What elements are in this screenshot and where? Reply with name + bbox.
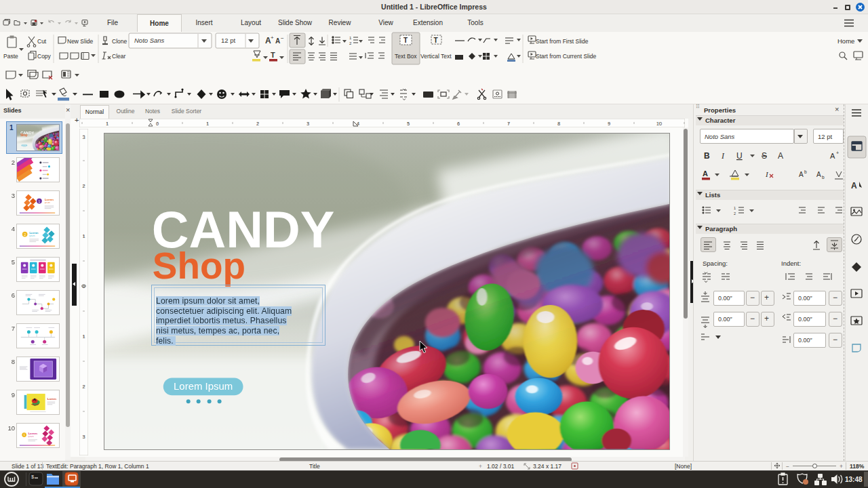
svg-text:1: 1 xyxy=(82,233,85,239)
svg-text:Cut: Cut xyxy=(37,38,47,45)
svg-text:A: A xyxy=(799,171,804,178)
svg-text:0: 0 xyxy=(156,121,159,127)
svg-text:Start from Current Slide: Start from Current Slide xyxy=(536,53,597,60)
svg-text:Start from First Slide: Start from First Slide xyxy=(536,38,589,45)
svg-text:Shop: Shop xyxy=(153,245,245,287)
svg-text:Paste: Paste xyxy=(3,53,18,60)
svg-text:1: 1 xyxy=(106,121,108,127)
svg-text:New Slide: New Slide xyxy=(67,38,94,45)
svg-text:Clone: Clone xyxy=(112,38,127,45)
svg-text:1: 1 xyxy=(82,333,85,340)
svg-text:Text Box: Text Box xyxy=(395,53,417,60)
svg-text:ipsum: ipsum xyxy=(28,435,34,438)
svg-text:7: 7 xyxy=(507,121,510,127)
svg-text:10: 10 xyxy=(656,121,662,127)
svg-text:A: A xyxy=(830,152,835,160)
svg-text:2: 2 xyxy=(82,183,85,189)
svg-text:Noto Sans: Noto Sans xyxy=(134,37,165,44)
svg-text:3: 3 xyxy=(82,134,85,140)
svg-text:8: 8 xyxy=(557,121,560,127)
svg-text:Lorem Ipsum: Lorem Ipsum xyxy=(174,380,233,392)
svg-text:A: A xyxy=(778,151,783,161)
svg-text:3: 3 xyxy=(82,434,85,440)
svg-text:Lorem: Lorem xyxy=(47,397,56,401)
svg-text:I: I xyxy=(765,170,769,178)
svg-text:A: A xyxy=(703,169,708,178)
svg-text:S: S xyxy=(762,151,767,161)
svg-text:T: T xyxy=(403,37,408,44)
svg-text:Clear: Clear xyxy=(112,53,125,60)
svg-text:2: 2 xyxy=(734,211,736,216)
svg-text:1: 1 xyxy=(734,206,736,210)
svg-text:9: 9 xyxy=(608,121,610,127)
svg-text:ipsum: ipsum xyxy=(29,235,35,237)
svg-text:6: 6 xyxy=(457,121,460,127)
svg-text:12 pt: 12 pt xyxy=(221,37,235,44)
svg-text:$: $ xyxy=(31,474,34,480)
svg-text:5: 5 xyxy=(407,121,410,127)
svg-text:2: 2 xyxy=(24,233,26,237)
svg-text:I: I xyxy=(721,151,725,161)
svg-text:0: 0 xyxy=(82,283,85,289)
svg-text:−: − xyxy=(281,35,284,41)
svg-text:Lorem: Lorem xyxy=(29,231,38,235)
svg-text:2: 2 xyxy=(82,384,85,390)
svg-text:A: A xyxy=(275,37,280,45)
svg-text:2: 2 xyxy=(256,121,259,127)
svg-text:T: T xyxy=(271,51,275,59)
svg-text:Copy: Copy xyxy=(37,53,52,60)
svg-text:1: 1 xyxy=(349,36,352,40)
svg-text:b: b xyxy=(804,169,807,174)
svg-text:U: U xyxy=(736,151,743,161)
svg-text:T: T xyxy=(434,37,438,44)
svg-text:A: A xyxy=(816,171,821,178)
svg-text:Lorem: Lorem xyxy=(28,432,37,435)
svg-text:Lorem: Lorem xyxy=(45,198,54,201)
svg-text:1: 1 xyxy=(39,200,41,203)
svg-text:ipsum: ipsum xyxy=(45,201,51,204)
svg-text:3: 3 xyxy=(307,121,309,127)
svg-text:13:48: 13:48 xyxy=(845,476,863,483)
svg-text:+: + xyxy=(271,35,274,41)
svg-text:1: 1 xyxy=(206,121,209,127)
svg-text:Home: Home xyxy=(837,37,854,45)
svg-text:b: b xyxy=(822,175,825,180)
svg-text:A: A xyxy=(851,181,857,190)
svg-text:B: B xyxy=(704,151,710,161)
svg-text:Vertical Text: Vertical Text xyxy=(420,53,452,60)
svg-text:2: 2 xyxy=(349,41,352,45)
svg-text:+: + xyxy=(836,150,839,155)
